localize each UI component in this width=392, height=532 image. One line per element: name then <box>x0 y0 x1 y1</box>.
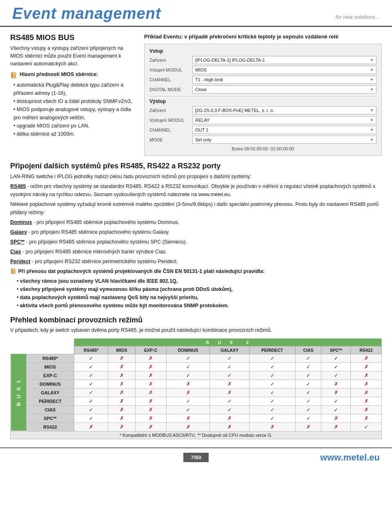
table-cell: ✓ <box>321 354 351 362</box>
bus1-label: B U S 1 <box>11 354 27 431</box>
table-cell: ✓ <box>210 371 249 380</box>
book-icon2: 📔 <box>10 268 17 274</box>
table-cell: ✓ <box>295 414 321 422</box>
feature-item: délka sběrnice až 1000m. <box>13 130 137 138</box>
event-example-title: Příklad Eventu: v případě překročení kri… <box>144 33 382 40</box>
table-cell: ✗ <box>351 397 382 405</box>
connections-p4: Dominus - pro připojení RS485 sběrnice p… <box>10 218 382 226</box>
dropdown-arrow-icon: ▼ <box>370 138 374 142</box>
table-cell: ✗ <box>166 380 210 388</box>
features-list: automatická Plug&Play detekce typu zaříz… <box>10 81 137 138</box>
table-cell: ✗ <box>210 422 249 431</box>
connections-body: LAN-RING switche i IPLOG jednotky nabízí… <box>10 172 382 310</box>
table-cell: ✓ <box>166 397 210 405</box>
connections-notice: 📔 Při přenosu dat poplachových systémů p… <box>10 267 382 275</box>
row-label: CIAS <box>26 405 74 414</box>
zarizeni2-value[interactable]: [2G-2S.0.3.F-BOX-PoE] METEL, s. r. o. ▼ <box>192 106 376 114</box>
mode-row: MODE Set only ▼ <box>149 136 376 144</box>
table-cell: ✗ <box>210 414 249 422</box>
table-cell: ✗ <box>108 380 136 388</box>
row-label: DOMINUS <box>26 380 74 388</box>
row-label: SPC** <box>26 414 74 422</box>
table-cell: ✗ <box>135 405 166 414</box>
bus-table-wrapper: B U S 2 RS485* MIOS EXP-C DOMINUS GALAXY… <box>10 338 382 439</box>
table-cell: ✗ <box>74 422 108 431</box>
bullet-item: • všechny rámce jsou označeny VLAN hlavi… <box>17 277 382 285</box>
table-cell: ✓ <box>166 405 210 414</box>
row-label: RS422 <box>26 422 74 431</box>
channel2-label: CHANNEL <box>149 127 192 132</box>
table-cell: ✓ <box>74 354 108 362</box>
dropdown-arrow-icon: ▼ <box>370 58 374 62</box>
table-cell: ✓ <box>166 371 210 380</box>
rs485-intro: Všechny vstupy a výstupy zařízení připoj… <box>10 45 137 67</box>
table-cell: ✗ <box>108 388 136 397</box>
table-cell: ✓ <box>74 405 108 414</box>
vystupni-modul-label: Výstupní MODUL <box>149 118 192 123</box>
col-rs485: RS485* <box>74 346 108 354</box>
book-icon: 📔 <box>10 72 17 78</box>
footer-page: 7/60 <box>183 453 208 462</box>
table-cell: ✓ <box>295 405 321 414</box>
table-cell: ✓ <box>249 397 295 405</box>
table-cell: ✗ <box>321 380 351 388</box>
footer: 7/60 www.metel.eu <box>0 447 392 467</box>
features-box: 📔 Hlavní přednosti MIOS sběrnice: <box>10 72 137 78</box>
channel-value[interactable]: T1 - High limit ▼ <box>192 76 376 84</box>
footer-website: www.metel.eu <box>320 452 380 463</box>
table-cell: ✗ <box>295 422 321 431</box>
table-cell: ✗ <box>135 362 166 371</box>
col-spc: SPC** <box>321 346 351 354</box>
digital-mode-value[interactable]: Close ▼ <box>192 85 376 94</box>
dropdown-arrow-icon: ▼ <box>370 78 374 82</box>
table-cell: ✗ <box>135 422 166 431</box>
table-row: DOMINUS✓✗✗✗✗✓✓✗✗ <box>11 380 382 388</box>
table-cell: ✓ <box>295 362 321 371</box>
row-label: PERIDECT <box>26 397 74 405</box>
mode-value[interactable]: Set only ▼ <box>192 136 376 144</box>
channel2-value[interactable]: OUT 1 ▼ <box>192 126 376 134</box>
main-content: RS485 MIOS BUS Všechny vstupy a výstupy … <box>0 33 392 156</box>
channel2-row: CHANNEL OUT 1 ▼ <box>149 126 376 134</box>
col-header-row: RS485* MIOS EXP-C DOMINUS GALAXY PERIDEC… <box>11 346 382 354</box>
table-cell: ✓ <box>166 354 210 362</box>
bus2-header: B U S 2 <box>74 338 382 346</box>
channel-row: CHANNEL T1 - High limit ▼ <box>149 76 376 84</box>
dropdown-arrow-icon: ▼ <box>370 68 374 72</box>
connections-p7: Cias - pro připojení RS485 sběrnice mikr… <box>10 248 382 256</box>
table-cell: ✓ <box>210 354 249 362</box>
zarizeni2-row: Zařízení [2G-2S.0.3.F-BOX-PoE] METEL, s.… <box>149 106 376 114</box>
table-row: SPC**✓✗✗✗✗✓✓✗✗ <box>11 414 382 422</box>
col-rs422: RS422 <box>351 346 382 354</box>
table-cell: ✗ <box>351 371 382 380</box>
table-cell: ✗ <box>108 354 136 362</box>
table-cell: ✗ <box>166 388 210 397</box>
connections-p6: SPC** - pro připojení RS485 sběrnice pop… <box>10 238 382 246</box>
table-cell: ✗ <box>135 354 166 362</box>
table-cell: ✓ <box>295 354 321 362</box>
mode-label: MODE <box>149 137 192 142</box>
table-cell: ✓ <box>74 371 108 380</box>
table-cell: ✗ <box>321 414 351 422</box>
section-table: Přehled kombinací provozních režimů V př… <box>0 316 392 439</box>
section-connections: Připojení dalších systémů přes RS485, RS… <box>0 162 392 310</box>
features-title: Hlavní přednosti MIOS sběrnice: <box>20 72 98 77</box>
event-box: Vstup Zařízení [IPLOG-DELTA-1] IPLOG-DEL… <box>144 44 382 156</box>
table-cell: ✗ <box>108 405 136 414</box>
table-cell: ✓ <box>249 388 295 397</box>
table-cell: ✗ <box>351 354 382 362</box>
left-column: RS485 MIOS BUS Všechny vstupy a výstupy … <box>10 33 137 156</box>
digital-mode-row: DIGITAL MODE Close ▼ <box>149 85 376 94</box>
table-cell: ✗ <box>210 388 249 397</box>
feature-item: dostupnost všech IO a čidel protokoly SN… <box>13 97 137 105</box>
vstupni-modul-value[interactable]: MIOS ▼ <box>192 66 376 74</box>
table-cell: ✓ <box>321 405 351 414</box>
table-cell: ✓ <box>351 422 382 431</box>
table-cell: ✗ <box>108 362 136 371</box>
header-subtitle: for new solutions... <box>336 14 380 22</box>
table-cell: ✗ <box>108 422 136 431</box>
zarizeni-value[interactable]: [IPLOG-DELTA-1] IPLOG-DELTA-1 ▼ <box>192 56 376 64</box>
vystupni-modul-value[interactable]: RELAY ▼ <box>192 116 376 124</box>
connections-p1: LAN-RING switche i IPLOG jednotky nabízí… <box>10 172 382 181</box>
table-cell: ✓ <box>210 362 249 371</box>
